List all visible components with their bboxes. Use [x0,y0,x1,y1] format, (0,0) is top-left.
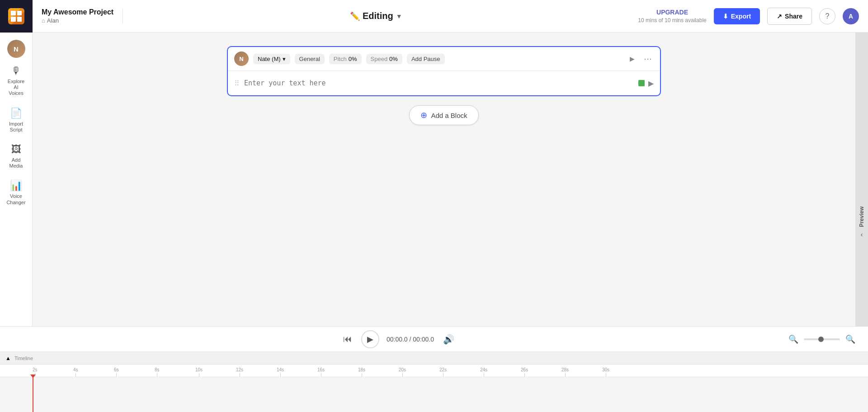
ruler-tick: 30s [602,367,609,377]
time-display: 00:00.0 / 00:00.0 [387,336,434,343]
script-block: N Nate (M) ▾ General Pitch 0% Speed 0% A… [227,46,661,96]
download-icon: ⬇ [723,13,728,20]
ruler-tick: 26s [521,367,528,377]
preview-label: Preview [859,206,865,227]
add-block-button[interactable]: ⊕ Add a Block [409,105,478,125]
play-pause-button[interactable]: ▶ [361,330,379,348]
project-info: My Awesome Project ⌂ Alan [33,8,123,24]
voice-changer-icon: 📊 [10,180,22,192]
block-header: N Nate (M) ▾ General Pitch 0% Speed 0% A… [228,47,660,71]
play-block-button[interactable]: ▶ [648,79,654,88]
export-button[interactable]: ⬇ Export [714,8,760,24]
preview-chevron-icon: ‹ [861,231,863,238]
logo-icon [8,8,24,24]
avatar[interactable]: A [843,8,859,24]
topbar: My Awesome Project ⌂ Alan ✏️ Editing ▼ U… [0,0,868,33]
editing-button[interactable]: ✏️ Editing ▼ [350,11,402,21]
plus-circle-icon: ⊕ [420,110,427,120]
transport-right: 🔍 🔍 [787,332,857,346]
topbar-right: UPGRADE 10 mins of 10 mins available ⬇ E… [629,8,868,25]
volume-button[interactable]: 🔊 [441,332,456,346]
drag-handle-icon: ⠿ [234,79,240,88]
main-content: N Nate (M) ▾ General Pitch 0% Speed 0% A… [33,33,855,326]
status-dot [638,80,645,86]
help-button[interactable]: ? [819,8,835,24]
sidebar-voice-avatar[interactable]: N [7,40,25,58]
zoom-slider[interactable] [804,338,840,340]
style-tag[interactable]: General [295,54,325,64]
home-icon: ⌂ [42,17,45,24]
import-script-icon: 📄 [10,108,22,119]
ruler-tick: 18s [358,367,365,377]
more-options-button[interactable]: ⋯ [642,52,654,66]
block-body-right: ▶ [638,79,654,88]
zoom-out-button[interactable]: 🔍 [787,332,800,346]
add-pause-button[interactable]: Add Pause [407,54,445,64]
share-button[interactable]: ↗ Share [767,8,812,25]
sidebar-item-label: ImportScript [9,121,23,133]
explore-ai-icon: 🎙 [11,65,21,77]
zoom-in-button[interactable]: 🔍 [844,332,857,346]
cursor-head [30,375,36,378]
workspace-label: ⌂ Alan [42,17,113,24]
sidebar-item-import-script[interactable]: 📄 ImportScript [3,104,30,136]
transport-bar: ⏮ ▶ 00:00.0 / 00:00.0 🔊 🔍 🔍 [0,327,868,352]
pencil-icon: ✏️ [350,11,360,21]
timeline-cursor [33,377,33,412]
ruler-tick: 6s [114,367,119,377]
block-header-right: ▶ ⋯ [626,52,654,66]
timeline-label: Timeline [14,356,33,361]
ruler-tick: 4s [73,367,78,377]
pitch-control: Pitch 0% [329,54,362,64]
ruler-tick: 8s [155,367,160,377]
sidebar-item-label: Explore AIVoices [6,79,26,97]
share-icon: ↗ [777,13,782,20]
ruler-tick: 16s [317,367,325,377]
play-mini-button[interactable]: ▶ [626,52,638,65]
ruler-tick: 22s [439,367,447,377]
ruler-tick: 24s [480,367,487,377]
topbar-center: ✏️ Editing ▼ [123,11,629,21]
upgrade-area: UPGRADE 10 mins of 10 mins available [638,9,706,24]
voice-avatar: N [234,52,249,66]
skip-back-button[interactable]: ⏮ [341,332,354,346]
add-media-icon: 🖼 [11,144,21,155]
ruler-tick: 10s [195,367,203,377]
app-logo [0,0,33,33]
chevron-up-icon: ▲ [5,355,11,361]
timeline-area: ▲ Timeline 2s 4s 6s 8s 10s [0,352,868,412]
bottom-bar: ⏮ ▶ 00:00.0 / 00:00.0 🔊 🔍 🔍 ▲ Timeline [0,326,868,412]
sidebar-item-add-media[interactable]: 🖼 Add Media [3,140,30,173]
project-title: My Awesome Project [42,8,113,16]
sidebar-item-label: Add Media [6,157,26,169]
chevron-down-icon: ▼ [396,13,402,20]
ruler-tick: 28s [561,367,569,377]
transport-center: ⏮ ▶ 00:00.0 / 00:00.0 🔊 [341,330,456,348]
voice-selector-button[interactable]: Nate (M) ▾ [253,54,290,64]
sidebar-item-voice-changer[interactable]: 📊 VoiceChanger [3,176,30,209]
timeline-ruler: 2s 4s 6s 8s 10s 12s [0,365,868,377]
sidebar-item-explore-ai[interactable]: 🎙 Explore AIVoices [3,61,30,100]
speed-control: Speed 0% [366,54,402,64]
upgrade-link[interactable]: UPGRADE [638,9,706,16]
text-input[interactable] [244,79,634,87]
ruler-tick: 12s [236,367,243,377]
block-body: ⠿ ▶ [228,71,660,95]
chevron-down-icon: ▾ [283,56,286,62]
timeline-track [0,377,868,412]
upgrade-sub: 10 mins of 10 mins available [638,17,706,23]
ruler-tick: 14s [277,367,284,377]
sidebar-item-label: VoiceChanger [6,193,25,205]
add-block-container: ⊕ Add a Block [227,105,661,125]
zoom-thumb [818,337,824,342]
ruler-tick: 20s [399,367,406,377]
timeline-header: ▲ Timeline [0,352,868,365]
